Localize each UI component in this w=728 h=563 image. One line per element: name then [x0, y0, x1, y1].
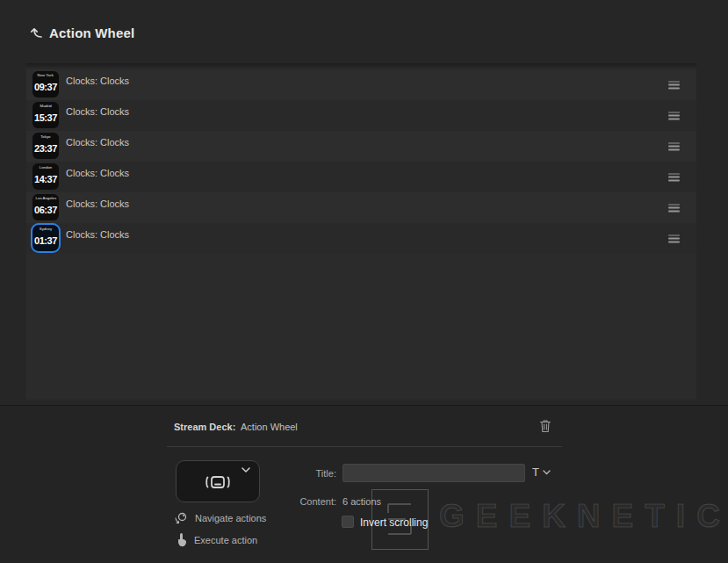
- action-row[interactable]: London 14:37 Clocks: Clocks: [26, 162, 696, 192]
- inspector-divider: [167, 446, 562, 447]
- drag-handle-icon[interactable]: [668, 204, 680, 212]
- back-arrow-icon: [29, 25, 45, 40]
- touch-tap-icon: [176, 532, 188, 548]
- clock-city-label: Madrid: [40, 105, 51, 108]
- inspector-panel: Stream Deck: Action Wheel: [0, 405, 728, 563]
- font-dropdown-label: T: [532, 466, 539, 479]
- title-input[interactable]: [342, 464, 525, 482]
- clock-time-label: 23:37: [34, 138, 57, 159]
- action-row[interactable]: Los Angeles 06:37 Clocks: Clocks: [26, 192, 696, 223]
- action-row-label: Clocks: Clocks: [66, 229, 129, 240]
- drag-handle-icon[interactable]: [668, 81, 680, 89]
- clock-time-label: 15:37: [34, 107, 57, 128]
- drag-handle-icon[interactable]: [668, 112, 680, 119]
- action-type-button[interactable]: [176, 460, 260, 502]
- delete-button[interactable]: [538, 418, 554, 436]
- action-row-label: Clocks: Clocks: [66, 198, 129, 209]
- clock-tile[interactable]: Los Angeles 06:37: [32, 194, 59, 220]
- drag-handle-icon[interactable]: [668, 235, 680, 242]
- action-row-label: Clocks: Clocks: [66, 168, 129, 178]
- action-row[interactable]: New York 09:37 Clocks: Clocks: [26, 69, 696, 100]
- chevron-down-icon: [241, 467, 250, 473]
- action-row-label: Clocks: Clocks: [66, 137, 129, 148]
- action-row-label: Clocks: Clocks: [66, 106, 129, 117]
- dial-rotate-icon: [174, 511, 189, 525]
- action-list-panel: New York 09:37 Clocks: Clocks Madrid 15:…: [26, 63, 696, 400]
- clock-city-label: Sydney: [40, 227, 52, 231]
- clock-tile[interactable]: London 14:37: [32, 163, 59, 190]
- back-button[interactable]: [29, 25, 45, 40]
- action-list: New York 09:37 Clocks: Clocks Madrid 15:…: [26, 69, 696, 254]
- clock-tile[interactable]: Sydney 01:37: [32, 225, 59, 251]
- invert-scrolling-checkbox[interactable]: [342, 516, 354, 528]
- action-row[interactable]: Sydney 01:37 Clocks: Clocks: [26, 223, 696, 254]
- clock-time-label: 06:37: [34, 199, 57, 220]
- navigate-actions-legend: Navigate actions: [174, 511, 266, 525]
- clock-time-label: 14:37: [34, 169, 57, 190]
- action-row[interactable]: Tokyo 23:37 Clocks: Clocks: [26, 131, 696, 162]
- clock-time-label: 01:37: [34, 230, 57, 251]
- content-field-label: Content:: [287, 496, 336, 507]
- clock-time-label: 09:37: [34, 76, 57, 97]
- clock-city-label: London: [40, 166, 52, 170]
- trash-icon: [538, 418, 552, 434]
- dial-screen-icon: [203, 473, 233, 491]
- device-value: Action Wheel: [241, 422, 298, 432]
- clock-tile[interactable]: New York 09:37: [32, 71, 59, 97]
- title-field-label: Title:: [287, 468, 336, 479]
- clock-city-label: Los Angeles: [35, 197, 56, 200]
- content-value: 6 actions: [342, 496, 381, 507]
- action-row[interactable]: Madrid 15:37 Clocks: Clocks: [26, 100, 696, 131]
- font-dropdown[interactable]: T: [532, 466, 551, 479]
- clock-tile[interactable]: Tokyo 23:37: [32, 133, 59, 159]
- drag-handle-icon[interactable]: [668, 173, 680, 181]
- list-top-shadow: [26, 63, 696, 69]
- clock-city-label: New York: [38, 74, 54, 77]
- clock-city-label: Tokyo: [40, 135, 50, 139]
- chevron-down-icon: [543, 470, 551, 475]
- clock-tile[interactable]: Madrid 15:37: [32, 102, 59, 128]
- device-label: Stream Deck:: [174, 422, 235, 432]
- navigate-actions-label: Navigate actions: [195, 513, 266, 523]
- execute-action-legend: Execute action: [176, 532, 257, 548]
- drag-handle-icon[interactable]: [668, 142, 680, 150]
- execute-action-label: Execute action: [194, 535, 257, 545]
- page-title: Action Wheel: [49, 25, 134, 40]
- stream-deck-app-window: Action Wheel New York 09:37 Clocks: Cloc…: [0, 0, 728, 563]
- action-row-label: Clocks: Clocks: [66, 76, 129, 86]
- invert-scrolling-label: Invert scrolling: [360, 516, 428, 529]
